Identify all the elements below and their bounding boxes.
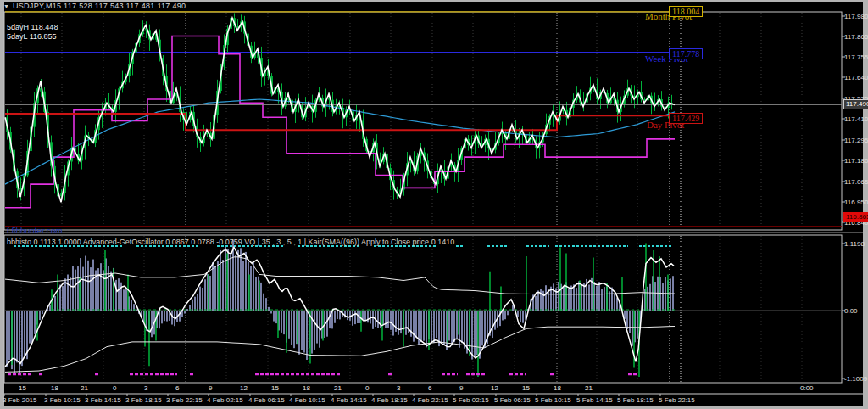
date-label: 5 Feb 22:15 xyxy=(659,396,695,404)
indicator-tick-label: 0.00 xyxy=(844,307,858,315)
date-label: 4 Feb 22:15 xyxy=(412,396,448,404)
hour-label: 15 xyxy=(19,384,26,392)
chart-canvas[interactable] xyxy=(0,0,868,409)
bid-price-box: 117.490 xyxy=(843,99,868,109)
hour-label: 12 xyxy=(491,384,498,392)
date-label: 5 Feb 02:15 xyxy=(453,396,489,404)
date-label: 3 Feb 10:15 xyxy=(44,396,81,404)
date-label: 5 Feb 18:15 xyxy=(617,396,654,404)
hour-label: 15 xyxy=(522,384,530,392)
corner-hour-label: 0:00 xyxy=(800,384,814,392)
hour-label: 18 xyxy=(554,384,561,392)
date-label: 4 Feb 18:15 xyxy=(371,396,408,404)
hour-label: 6 xyxy=(428,384,431,392)
date-label: 3 Feb 22:15 xyxy=(166,396,203,404)
five-day-high-label: 5dayH 118.448 xyxy=(7,23,58,31)
indicator-header: bbhisto 0.1113 1.0000 Advanced-GetOscill… xyxy=(7,238,454,246)
date-label: 3 Feb 2015 xyxy=(3,396,36,404)
watermark: f.fibhunter.com xyxy=(7,227,63,233)
chart-title-bar[interactable]: ▼USDJPY,M15 117.528 117.543 117.481 117.… xyxy=(3,2,186,11)
hour-label: 0 xyxy=(113,384,116,392)
hour-label: 12 xyxy=(240,384,248,392)
price-tick-label: 117.755 xyxy=(844,53,868,61)
price-tick-label: 117.065 xyxy=(844,178,868,186)
hour-label: 9 xyxy=(459,384,463,392)
hour-label: 21 xyxy=(585,384,593,392)
price-tick-label: 117.410 xyxy=(844,115,868,123)
date-label: 4 Feb 02:15 xyxy=(207,396,243,404)
hour-label: 9 xyxy=(209,384,212,392)
hour-label: 3 xyxy=(144,384,147,392)
date-label: 4 Feb 14:15 xyxy=(331,396,367,404)
price-tick-label: 116.950 xyxy=(844,199,868,206)
date-label: 4 Feb 10:15 xyxy=(289,396,326,404)
date-label: 5 Feb 10:15 xyxy=(535,396,571,404)
five-day-low-label: 5dayL 116.855 xyxy=(7,32,57,41)
hour-label: 18 xyxy=(51,384,58,392)
hour-label: 15 xyxy=(271,384,279,392)
hour-label: 0 xyxy=(365,384,369,392)
hour-label: 21 xyxy=(334,384,342,392)
date-label: 3 Feb 14:15 xyxy=(85,396,121,404)
day-pivot-value: 117.429 xyxy=(669,113,703,124)
date-label: 3 Feb 18:15 xyxy=(125,396,162,404)
indicator-tick-label: -1.1009 xyxy=(844,375,867,383)
price-tick-label: 117.640 xyxy=(844,74,868,81)
price-tick-label: 117.865 xyxy=(844,33,868,41)
low-price-box: 116.865 xyxy=(843,212,868,222)
hour-label: 6 xyxy=(175,384,179,392)
date-label: 5 Feb 06:15 xyxy=(494,396,531,404)
chart-dropdown-icon[interactable]: ▼ xyxy=(3,3,9,9)
hour-label: 3 xyxy=(397,384,400,392)
indicator-tick-label: 1.1198 xyxy=(844,240,865,248)
price-tick-label: 117.980 xyxy=(844,13,868,20)
chart-title: USDJPY,M15 117.528 117.543 117.481 117.4… xyxy=(13,2,186,10)
hour-label: 21 xyxy=(81,384,88,392)
mt4-chart-window: ▼USDJPY,M15 117.528 117.543 117.481 117.… xyxy=(0,0,868,409)
price-tick-label: 117.180 xyxy=(844,157,868,165)
hour-label: 18 xyxy=(303,384,310,392)
date-label: 5 Feb 14:15 xyxy=(576,396,613,404)
price-tick-label: 117.295 xyxy=(844,137,868,144)
month-pivot-value: 118.004 xyxy=(669,6,703,17)
date-label: 4 Feb 06:15 xyxy=(248,396,285,404)
week-pivot-value: 117.778 xyxy=(669,48,703,59)
